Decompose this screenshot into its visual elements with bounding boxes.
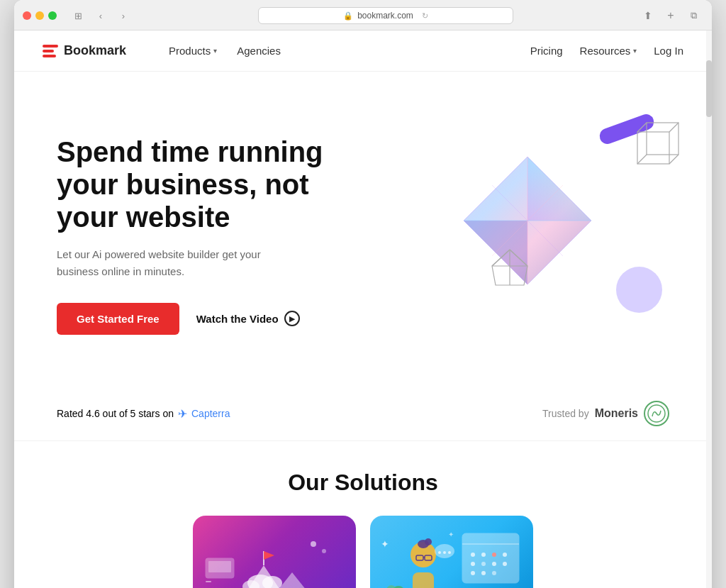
nav-products[interactable]: Products ▾ [169, 45, 217, 57]
svg-point-31 [322, 549, 326, 553]
svg-rect-53 [413, 572, 434, 588]
hero-bottom-bar: Rated 4.6 out of 5 stars on ✈ Capterra T… [14, 391, 712, 441]
svg-point-38 [492, 553, 496, 557]
svg-rect-27 [208, 561, 231, 572]
capterra-link[interactable]: Capterra [191, 408, 230, 419]
svg-point-36 [471, 553, 475, 557]
svg-line-11 [669, 155, 678, 164]
logo[interactable]: Bookmark [43, 43, 126, 58]
svg-text:✦: ✦ [448, 531, 454, 538]
hero-section: Spend time running your business, not yo… [14, 72, 712, 391]
svg-line-12 [637, 155, 647, 164]
svg-rect-34 [462, 533, 519, 583]
capterra-rating: Rated 4.6 out of 5 stars on ✈ Capterra [57, 407, 230, 421]
svg-line-16 [492, 250, 510, 266]
lock-icon: 🔒 [343, 11, 353, 21]
products-chevron: ▾ [213, 47, 217, 55]
share-icon[interactable]: ⬆ [638, 8, 658, 23]
capterra-icon: ✈ [178, 407, 187, 421]
solutions-title: Our Solutions [43, 470, 683, 496]
svg-line-17 [510, 250, 527, 266]
close-button[interactable] [23, 11, 31, 20]
nav-login[interactable]: Log In [654, 45, 683, 57]
svg-point-42 [492, 562, 496, 566]
solutions-cards: ✦ ✦ [43, 516, 683, 588]
back-button[interactable]: ‹ [91, 8, 111, 23]
browser-nav-icons: ⊞ ‹ › [68, 8, 133, 23]
wireframe-box-shape [627, 114, 691, 181]
svg-marker-25 [264, 551, 274, 560]
moneris-logo [644, 401, 669, 426]
tabs-icon[interactable]: ⧉ [683, 8, 703, 23]
play-icon: ▶ [284, 311, 300, 326]
svg-point-44 [471, 571, 475, 575]
resources-chevron: ▾ [633, 47, 637, 55]
hero-illustration [326, 100, 698, 370]
nav-pricing[interactable]: Pricing [530, 45, 563, 57]
rating-text: Rated 4.6 out of 5 stars on [57, 408, 174, 419]
solutions-section: Our Solutions [14, 441, 712, 588]
browser-window: ⊞ ‹ › 🔒 bookmark.com ↻ ⬆ + ⧉ [14, 0, 712, 588]
moneris-text: Moneris [595, 407, 638, 420]
logo-text: Bookmark [64, 43, 126, 58]
svg-line-10 [669, 123, 678, 132]
get-started-button[interactable]: Get Started Free [57, 303, 179, 335]
hero-text-block: Spend time running your business, not yo… [57, 135, 326, 335]
nav-agencies[interactable]: Agencies [237, 45, 281, 57]
hero-actions: Get Started Free Watch the Video ▶ [57, 303, 326, 335]
svg-point-61 [386, 585, 397, 588]
svg-point-58 [443, 551, 446, 554]
purple-circle-shape [616, 267, 662, 313]
navbar: Bookmark Products ▾ Agencies Pricing Res… [14, 30, 712, 72]
card-cyan-content: ✦ ✦ [370, 516, 533, 588]
svg-point-43 [503, 562, 507, 566]
svg-line-9 [637, 123, 647, 132]
logo-bar-1 [43, 45, 58, 48]
wireframe-gem-shape [485, 246, 535, 299]
traffic-lights [23, 11, 57, 20]
new-tab-icon[interactable]: + [661, 8, 681, 23]
logo-bar-2 [43, 50, 54, 52]
svg-point-30 [311, 541, 316, 547]
nav-left: Products ▾ Agencies [169, 45, 281, 57]
svg-point-37 [481, 553, 486, 557]
minimize-button[interactable] [35, 11, 44, 20]
svg-point-57 [438, 551, 441, 554]
svg-point-46 [492, 571, 496, 575]
refresh-icon[interactable]: ↻ [422, 11, 428, 21]
trusted-by: Trusted by Moneris [542, 401, 669, 426]
page-content: Bookmark Products ▾ Agencies Pricing Res… [14, 30, 712, 588]
browser-right-icons: ⬆ + ⧉ [638, 8, 703, 23]
nav-right: Pricing Resources ▾ Log In [530, 45, 683, 57]
watch-video-button[interactable]: Watch the Video ▶ [196, 311, 300, 326]
url-text: bookmark.com [357, 11, 413, 21]
svg-point-41 [481, 562, 486, 566]
browser-chrome: ⊞ ‹ › 🔒 bookmark.com ↻ ⬆ + ⧉ [14, 0, 712, 30]
svg-point-39 [503, 553, 507, 557]
svg-point-59 [448, 551, 451, 554]
nav-resources[interactable]: Resources ▾ [580, 45, 637, 57]
hero-headline: Spend time running your business, not yo… [57, 135, 326, 233]
solution-card-marketing[interactable]: ✦ ✦ [370, 516, 533, 588]
svg-rect-28 [206, 581, 211, 582]
sidebar-icon[interactable]: ⊞ [68, 8, 88, 23]
svg-text:✦: ✦ [381, 538, 389, 550]
logo-bar-3 [43, 55, 56, 57]
card-pink-content [193, 516, 356, 588]
hero-subtext: Let our Ai powered website builder get y… [57, 246, 269, 280]
forward-button[interactable]: › [113, 8, 133, 23]
maximize-button[interactable] [48, 11, 57, 20]
logo-icon [43, 45, 58, 57]
solution-card-build[interactable] [193, 516, 356, 588]
address-bar-container: 🔒 bookmark.com ↻ [139, 7, 632, 24]
svg-point-40 [471, 562, 475, 566]
svg-point-49 [425, 538, 432, 545]
address-bar[interactable]: 🔒 bookmark.com ↻ [258, 7, 513, 24]
svg-point-45 [481, 571, 486, 575]
